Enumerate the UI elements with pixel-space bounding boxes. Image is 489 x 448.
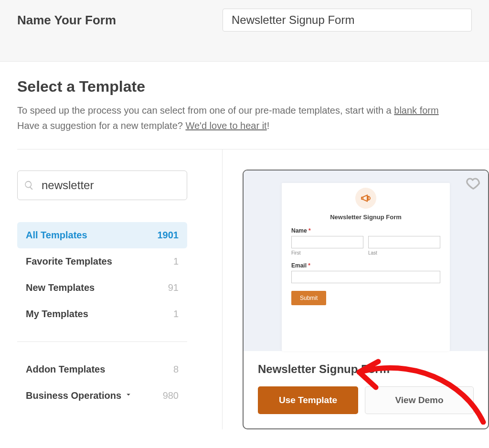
topbar: Name Your Form <box>0 0 489 62</box>
category-count: 980 <box>163 390 179 401</box>
megaphone-icon <box>355 188 376 209</box>
category-count: 1 <box>173 256 179 267</box>
category-primary-2[interactable]: New Templates91 <box>17 275 187 301</box>
category-label: All Templates <box>26 230 87 241</box>
template-card: Newsletter Signup Form Name * First Last… <box>243 170 489 429</box>
use-template-button[interactable]: Use Template <box>258 386 358 414</box>
category-label: Business Operations <box>26 390 133 401</box>
category-separator <box>17 341 187 342</box>
form-preview: Newsletter Signup Form Name * First Last… <box>282 183 450 351</box>
suggestion-link[interactable]: We'd love to hear it <box>185 120 266 131</box>
blank-form-link[interactable]: blank form <box>394 105 438 116</box>
card-preview: Newsletter Signup Form Name * First Last… <box>244 171 488 351</box>
suggestion-suffix: ! <box>267 120 270 131</box>
section-description: To speed up the process you can select f… <box>17 103 489 117</box>
template-title: Newsletter Signup Form <box>258 363 474 376</box>
search-input[interactable] <box>17 171 187 200</box>
category-list-secondary: Addon Templates8Business Operations980 <box>17 356 187 409</box>
desc-prefix: To speed up the process you can select f… <box>17 105 394 116</box>
form-name-label: Name Your Form <box>17 13 223 28</box>
category-primary-1[interactable]: Favorite Templates1 <box>17 248 187 275</box>
preview-form-title: Newsletter Signup Form <box>291 213 440 221</box>
preview-first-sublabel: First <box>291 250 363 256</box>
section-suggestion: Have a suggestion for a new template? We… <box>17 118 489 133</box>
category-primary-3[interactable]: My Templates1 <box>17 301 187 327</box>
preview-last-input <box>368 236 440 248</box>
view-demo-button[interactable]: View Demo <box>365 386 474 414</box>
preview-email-label: Email * <box>291 262 440 269</box>
preview-last-sublabel: Last <box>368 250 440 256</box>
category-count: 8 <box>173 364 179 375</box>
category-count: 91 <box>168 282 179 293</box>
category-secondary-1[interactable]: Business Operations980 <box>17 383 187 409</box>
category-label: Favorite Templates <box>26 256 112 267</box>
suggestion-prefix: Have a suggestion for a new template? <box>17 120 185 131</box>
category-label: New Templates <box>26 282 95 293</box>
favorite-icon[interactable] <box>466 176 480 192</box>
card-body: Newsletter Signup Form Use Template View… <box>244 351 488 428</box>
preview-submit-button: Submit <box>291 291 326 305</box>
search-wrap <box>17 171 187 200</box>
category-secondary-0[interactable]: Addon Templates8 <box>17 356 187 383</box>
form-name-input[interactable] <box>223 9 472 32</box>
preview-first-input <box>291 236 363 248</box>
preview-email-input <box>291 271 440 283</box>
category-list-primary: All Templates1901Favorite Templates1New … <box>17 222 187 327</box>
sidebar: All Templates1901Favorite Templates1New … <box>17 149 223 429</box>
category-label: My Templates <box>26 309 88 320</box>
category-label: Addon Templates <box>26 364 105 375</box>
category-count: 1 <box>173 309 179 320</box>
preview-name-label: Name * <box>291 227 440 234</box>
template-area: Newsletter Signup Form Name * First Last… <box>223 149 489 429</box>
category-count: 1901 <box>158 230 179 241</box>
chevron-down-icon <box>124 390 133 399</box>
section-title: Select a Template <box>17 78 489 96</box>
category-primary-0[interactable]: All Templates1901 <box>17 222 187 248</box>
